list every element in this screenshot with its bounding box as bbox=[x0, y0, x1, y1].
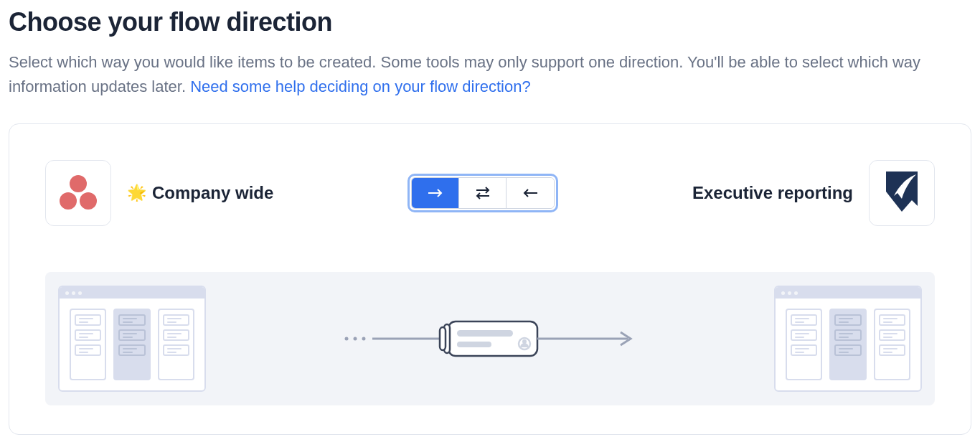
direction-selector bbox=[407, 174, 558, 212]
flow-config-panel: 🌟 Company wide bbox=[9, 123, 971, 435]
arrows-two-way-icon bbox=[473, 186, 493, 200]
source-side: 🌟 Company wide bbox=[45, 160, 273, 226]
svg-point-0 bbox=[70, 175, 87, 192]
svg-point-8 bbox=[354, 337, 357, 341]
arrow-right-icon bbox=[425, 187, 446, 199]
source-emoji: 🌟 bbox=[127, 184, 146, 202]
svg-point-9 bbox=[362, 337, 366, 341]
help-link[interactable]: Need some help deciding on your flow dir… bbox=[190, 77, 531, 95]
page-subtitle: Select which way you would like items to… bbox=[9, 50, 970, 99]
page-title: Choose your flow direction bbox=[9, 7, 971, 37]
destination-side: Executive reporting bbox=[692, 160, 935, 226]
smartsheet-icon bbox=[883, 170, 920, 216]
destination-label: Executive reporting bbox=[692, 183, 853, 203]
direction-one-way-left-button[interactable] bbox=[507, 178, 554, 208]
asana-icon bbox=[57, 174, 99, 212]
svg-rect-14 bbox=[457, 330, 513, 337]
destination-name: Executive reporting bbox=[692, 183, 853, 203]
source-name: Company wide bbox=[152, 183, 273, 203]
arrow-left-icon bbox=[520, 187, 540, 199]
source-tool-icon bbox=[45, 160, 111, 226]
flow-header-row: 🌟 Company wide bbox=[45, 160, 935, 226]
flow-illustration bbox=[45, 272, 935, 405]
svg-point-1 bbox=[60, 192, 77, 210]
source-label: 🌟 Company wide bbox=[127, 183, 273, 203]
destination-preview-window bbox=[774, 286, 922, 392]
svg-rect-15 bbox=[457, 342, 491, 347]
svg-point-2 bbox=[80, 192, 97, 210]
svg-rect-13 bbox=[440, 327, 446, 350]
source-preview-window bbox=[58, 286, 206, 392]
flow-arrow-graphic bbox=[206, 286, 774, 391]
destination-tool-icon bbox=[869, 160, 935, 226]
direction-one-way-right-button[interactable] bbox=[412, 178, 459, 208]
svg-point-7 bbox=[345, 337, 349, 341]
direction-two-way-button[interactable] bbox=[459, 178, 507, 208]
